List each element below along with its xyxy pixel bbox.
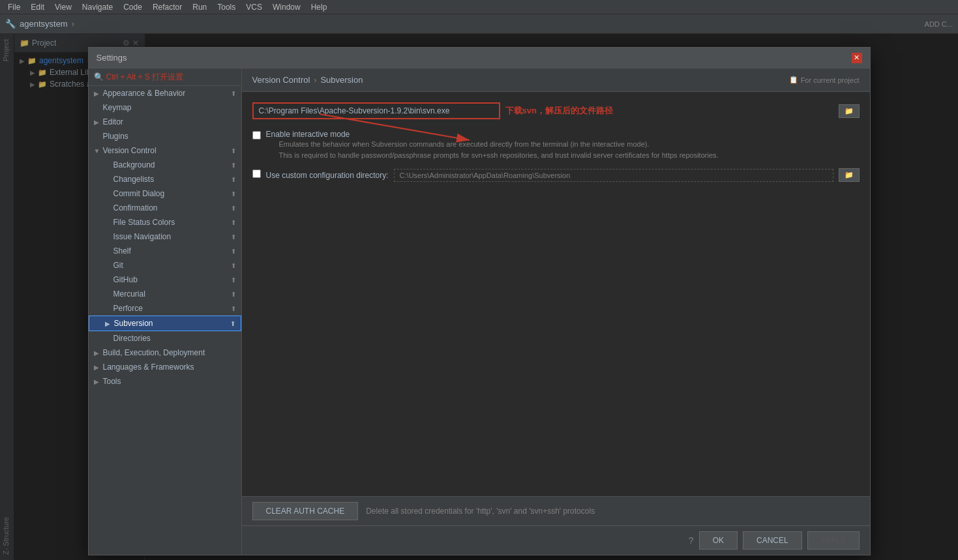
nav-item-changelists[interactable]: Changelists ⬆: [89, 172, 241, 186]
settings-search-input[interactable]: [106, 72, 236, 81]
project-icon: 🔧: [5, 19, 16, 29]
nav-icon-changelists: ⬆: [231, 176, 236, 183]
nav-item-vcs[interactable]: ▼ Version Control ⬆: [89, 143, 241, 158]
interactive-mode-checkbox[interactable]: [252, 131, 261, 140]
dialog-title-bar: Settings ✕: [89, 48, 870, 68]
custom-config-label: Use custom configuration directory:: [266, 171, 389, 180]
add-config-label: ADD C...: [925, 20, 953, 28]
menu-navigate[interactable]: Navigate: [77, 0, 118, 14]
nav-chevron-languages: ▶: [94, 364, 100, 371]
menu-vcs[interactable]: VCS: [241, 0, 267, 14]
interactive-desc1: Emulates the behavior when Subversion co…: [279, 139, 719, 150]
breadcrumb-parent: Version Control: [252, 75, 310, 85]
nav-label-mercurial: Mercurial: [113, 289, 145, 299]
breadcrumb-sep: ›: [314, 76, 316, 85]
nav-item-perforce[interactable]: Perforce ⬆: [89, 301, 241, 316]
custom-config-checkbox[interactable]: [252, 169, 261, 178]
nav-icon-subversion: ⬆: [230, 320, 235, 327]
nav-item-commitdialog[interactable]: Commit Dialog ⬆: [89, 186, 241, 201]
nav-item-git[interactable]: Git ⬆: [89, 258, 241, 273]
nav-label-vcs: Version Control: [103, 146, 157, 155]
svn-browse-button[interactable]: 📁: [839, 104, 860, 118]
clear-auth-cache-button[interactable]: CLEAR AUTH CACHE: [252, 502, 359, 520]
nav-label-subversion: Subversion: [114, 319, 153, 328]
nav-icon-github: ⬆: [231, 276, 236, 284]
config-browse-button[interactable]: 📁: [839, 168, 860, 182]
nav-item-issuenav[interactable]: Issue Navigation ⬆: [89, 229, 241, 244]
nav-icon-perforce: ⬆: [231, 305, 236, 312]
nav-chevron-vcs: ▼: [94, 147, 100, 155]
nav-icon-git: ⬆: [231, 262, 236, 269]
dialog-body: 🔍 ▶ Appearance & Behavior ⬆ Keymap: [89, 68, 870, 555]
nav-item-filestatus[interactable]: File Status Colors ⬆: [89, 215, 241, 229]
menu-help[interactable]: Help: [306, 0, 333, 14]
settings-content: Version Control › Subversion 📋 For curre…: [242, 68, 870, 555]
custom-config-path-input[interactable]: [394, 169, 833, 182]
ok-button[interactable]: OK: [699, 531, 738, 550]
svn-path-annotation: 下载svn，解压后的文件路径: [505, 105, 613, 117]
nav-label-confirmation: Confirmation: [113, 203, 158, 213]
nav-chevron-build: ▶: [94, 349, 100, 357]
svn-path-row: 下载svn，解压后的文件路径 📁: [252, 102, 860, 119]
menu-window[interactable]: Window: [267, 0, 306, 14]
dialog-title: Settings: [97, 53, 127, 63]
nav-label-tools: Tools: [103, 377, 121, 386]
nav-item-directories[interactable]: Directories: [89, 331, 241, 346]
nav-label-shelf: Shelf: [113, 246, 131, 256]
nav-chevron-subversion: ▶: [105, 320, 112, 327]
nav-item-tools[interactable]: ▶ Tools: [89, 374, 241, 389]
nav-item-build[interactable]: ▶ Build, Execution, Deployment: [89, 346, 241, 360]
chevron-icon: ›: [72, 19, 74, 29]
nav-icon-mercurial: ⬆: [231, 291, 236, 298]
dialog-overlay: Settings ✕ 🔍 ▶ Appearance & Behavior: [0, 34, 958, 560]
nav-item-github[interactable]: GitHub ⬆: [89, 273, 241, 287]
interactive-mode-label: Enable interactive mode: [266, 130, 350, 139]
nav-label-build: Build, Execution, Deployment: [103, 348, 205, 357]
nav-label-github: GitHub: [113, 275, 138, 284]
menu-code[interactable]: Code: [118, 0, 147, 14]
menu-bar: File Edit View Navigate Code Refactor Ru…: [0, 0, 958, 14]
dialog-close-button[interactable]: ✕: [852, 53, 862, 63]
menu-refactor[interactable]: Refactor: [147, 0, 187, 14]
content-footer: CLEAR AUTH CACHE Delete all stored crede…: [242, 496, 870, 525]
nav-item-appearance[interactable]: ▶ Appearance & Behavior ⬆: [89, 86, 241, 100]
content-body: 下载svn，解压后的文件路径 📁 Enable interactive mode…: [242, 92, 870, 496]
nav-item-languages[interactable]: ▶ Languages & Frameworks: [89, 360, 241, 374]
nav-label-filestatus: File Status Colors: [113, 218, 175, 227]
custom-config-row: Use custom configuration directory: 📁: [252, 168, 860, 182]
nav-label-plugins: Plugins: [103, 132, 128, 141]
menu-tools[interactable]: Tools: [212, 0, 241, 14]
interactive-desc2: This is required to handle password/pass…: [279, 150, 719, 161]
dialog-actions: ? OK CANCEL APPLY: [242, 525, 870, 555]
nav-item-plugins[interactable]: Plugins: [89, 129, 241, 143]
menu-file[interactable]: File: [3, 0, 25, 14]
menu-run[interactable]: Run: [187, 0, 212, 14]
search-row: 🔍: [89, 68, 241, 86]
nav-item-keymap[interactable]: Keymap: [89, 100, 241, 115]
settings-nav: 🔍 ▶ Appearance & Behavior ⬆ Keymap: [89, 68, 242, 555]
nav-icon-shelf: ⬆: [231, 248, 236, 255]
search-icon: 🔍: [94, 72, 104, 81]
interactive-mode-row: Enable interactive mode Emulates the beh…: [252, 130, 860, 160]
nav-item-confirmation[interactable]: Confirmation ⬆: [89, 201, 241, 215]
menu-view[interactable]: View: [50, 0, 77, 14]
nav-item-editor[interactable]: ▶ Editor: [89, 115, 241, 129]
nav-item-background[interactable]: Background ⬆: [89, 158, 241, 172]
svn-path-input[interactable]: [252, 102, 500, 119]
nav-label-perforce: Perforce: [113, 304, 143, 313]
project-tag-icon: 📋: [789, 76, 798, 84]
nav-item-subversion[interactable]: ▶ Subversion ⬆: [89, 316, 241, 331]
nav-label-keymap: Keymap: [103, 103, 132, 112]
help-icon[interactable]: ?: [689, 535, 694, 546]
nav-item-mercurial[interactable]: Mercurial ⬆: [89, 287, 241, 301]
nav-label-languages: Languages & Frameworks: [103, 362, 194, 372]
breadcrumb-current: Subversion: [320, 75, 363, 85]
nav-icon-filestatus: ⬆: [231, 219, 236, 226]
nav-icon-commitdialog: ⬆: [231, 190, 236, 198]
menu-edit[interactable]: Edit: [25, 0, 50, 14]
cancel-button[interactable]: CANCEL: [743, 531, 802, 550]
nav-item-shelf[interactable]: Shelf ⬆: [89, 244, 241, 258]
apply-button[interactable]: APPLY: [807, 531, 860, 550]
nav-label-background: Background: [113, 160, 155, 169]
nav-icon-vcs: ⬆: [231, 147, 236, 155]
